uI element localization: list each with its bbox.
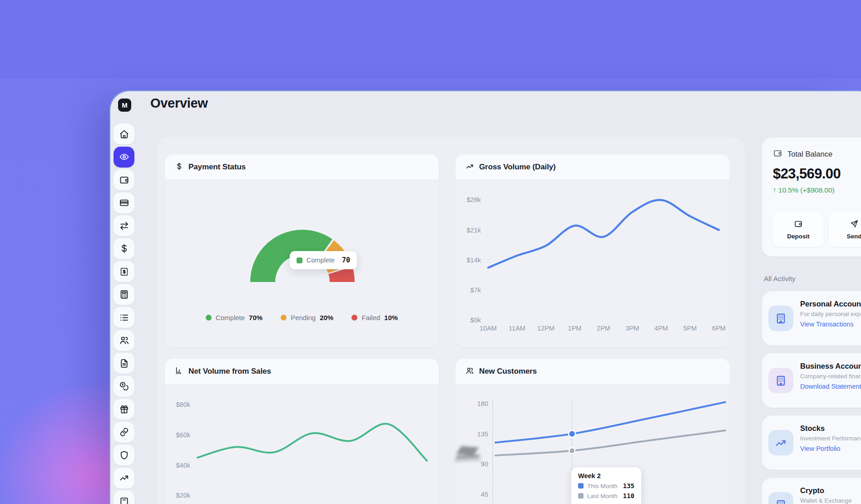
x-tick-label: 11AM: [509, 325, 525, 332]
legend-item-failed: Failed 10%: [351, 314, 398, 321]
card-title: Gross Volume (Daily): [479, 163, 556, 172]
legend-dot: [206, 315, 212, 321]
x-tick-label: 10AM: [480, 325, 497, 332]
activity-text: CryptoWallet & Exchange: [800, 484, 852, 504]
activity-card-crypto[interactable]: CryptoWallet & Exchange: [762, 478, 861, 504]
activity-text: StocksInvestment PerformanceView Portfol…: [800, 422, 861, 463]
series-line-net-volume[interactable]: [198, 424, 427, 460]
sidebar-item-eye[interactable]: [114, 147, 134, 168]
sidebar-item-home[interactable]: [114, 124, 134, 144]
activity-subtitle: For daily personal expenses: [800, 311, 861, 317]
tooltip-value: 110: [623, 492, 634, 499]
legend-swatch: [578, 493, 584, 499]
activity-text: Business AccountCompany-related finances…: [800, 360, 861, 401]
bank-icon: [119, 496, 129, 504]
activity-title: Personal Account: [800, 300, 861, 308]
y-tick-label: $40k: [176, 462, 191, 469]
wallet-icon: [794, 219, 803, 230]
coins-icon: [119, 381, 129, 391]
bar-chart-icon: [175, 366, 183, 377]
sidebar-item-file-text[interactable]: [114, 353, 134, 374]
total-balance-head: Total Balance: [773, 148, 861, 160]
sidebar-item-credit-card[interactable]: [114, 193, 134, 213]
trending-up-icon: [768, 430, 793, 455]
payment-status-card: Payment Status Complete 70 Complete 70% …: [165, 154, 439, 347]
card-title: New Customers: [479, 367, 537, 376]
gross-volume-chart-body: $28k$21k$14k$7k$0k10AM11AM12PM1PM2PM3PM4…: [455, 180, 730, 347]
y-tick-label: $28k: [467, 196, 481, 203]
gross-volume-line-chart[interactable]: $28k$21k$14k$7k$0k10AM11AM12PM1PM2PM3PM4…: [455, 180, 730, 347]
legend-label: Complete: [216, 314, 245, 321]
app-panel: M Overview Payment Status Complete 70 Co…: [110, 91, 861, 504]
sidebar-item-arrows-swap[interactable]: [114, 215, 134, 236]
y-tick-label: $7k: [470, 287, 481, 294]
dashboard-root: M Overview Payment Status Complete 70 Co…: [0, 0, 861, 504]
eye-icon: [119, 152, 129, 162]
dollar-icon: [119, 243, 129, 254]
activity-title: Crypto: [800, 486, 852, 495]
y-tick-label: $20k: [176, 492, 191, 499]
net-volume-line-chart[interactable]: $80k$60k$40k$20k: [165, 385, 439, 504]
activity-link[interactable]: View Transactions: [800, 321, 861, 328]
x-tick-label: 5PM: [683, 325, 697, 332]
data-point-dot[interactable]: [569, 448, 575, 454]
building-icon: [768, 368, 793, 393]
legend-item-complete: Complete 70%: [206, 314, 262, 321]
app-logo[interactable]: M: [118, 99, 131, 112]
tooltip-row: Last Month 110: [578, 492, 634, 499]
card-title: Net Volume from Sales: [188, 367, 271, 376]
y-tick-label: $21k: [467, 227, 481, 234]
sidebar-item-list[interactable]: [114, 307, 134, 328]
sidebar-item-bank[interactable]: [114, 490, 134, 504]
sidebar-item-gift[interactable]: [114, 399, 134, 420]
wallet-icon: [119, 175, 129, 185]
tooltip-title: Week 2: [578, 472, 634, 479]
sidebar-item-wallet[interactable]: [114, 169, 134, 190]
y-tick-label: 135: [477, 430, 488, 438]
building-icon: [768, 306, 793, 331]
gross-volume-header: Gross Volume (Daily): [455, 154, 730, 180]
activity-subtitle: Company-related finances: [800, 373, 861, 380]
sidebar-item-shield[interactable]: [114, 445, 134, 465]
send-button[interactable]: Send: [829, 212, 861, 247]
sidebar-item-calculator[interactable]: [114, 284, 134, 305]
series-line-last-month[interactable]: [495, 430, 725, 455]
sidebar-item-trending-up[interactable]: [114, 468, 134, 489]
sidebar-item-link[interactable]: [114, 422, 134, 443]
activity-card-business-account[interactable]: Business AccountCompany-related finances…: [762, 353, 861, 408]
legend-label: Failed: [361, 314, 380, 321]
series-line-this-month[interactable]: [495, 402, 725, 443]
data-point-dot[interactable]: [569, 430, 575, 437]
activity-card-personal-account[interactable]: Personal AccountFor daily personal expen…: [762, 291, 861, 346]
activity-link[interactable]: Download Statements: [800, 383, 861, 390]
x-tick-label: 3PM: [626, 325, 639, 332]
sidebar-item-users[interactable]: [114, 330, 134, 351]
tooltip-value: 135: [623, 482, 634, 489]
sidebar-item-dollar[interactable]: [114, 238, 134, 259]
activity-card-stocks[interactable]: StocksInvestment PerformanceView Portfol…: [762, 415, 861, 470]
send-label: Send: [846, 233, 861, 240]
tooltip-row: This Month 135: [578, 482, 634, 489]
activity-link[interactable]: View Portfolio: [800, 445, 861, 452]
legend-value: 10%: [384, 314, 398, 321]
list-icon: [119, 312, 129, 323]
content-area: Payment Status Complete 70 Complete 70% …: [157, 137, 745, 504]
net-volume-card: Net Volume from Sales $80k$60k$40k$20k: [165, 359, 439, 504]
legend-label: Pending: [291, 314, 316, 321]
users-icon: [465, 366, 474, 377]
right-rail: Total Balance $23,569.00 ↑ 10.5% (+$908.…: [762, 138, 861, 504]
x-tick-label: 1PM: [568, 325, 582, 332]
legend-item-pending: Pending 20%: [281, 314, 333, 321]
arrows-swap-icon: [119, 221, 129, 231]
sidebar-item-coins[interactable]: [114, 376, 134, 397]
users-icon: [119, 335, 129, 346]
x-tick-label: 12PM: [537, 325, 554, 332]
y-tick-label: $14k: [467, 257, 481, 264]
card-title: Payment Status: [188, 163, 246, 172]
deposit-button[interactable]: Deposit: [773, 212, 824, 247]
activity-subtitle: Investment Performance: [800, 435, 861, 442]
y-tick-label: 90: [481, 460, 488, 468]
gauge-legend: Complete 70% Pending 20% Failed 10%: [165, 314, 439, 321]
home-icon: [119, 129, 129, 139]
sidebar-item-receipt-dollar[interactable]: [114, 261, 134, 282]
